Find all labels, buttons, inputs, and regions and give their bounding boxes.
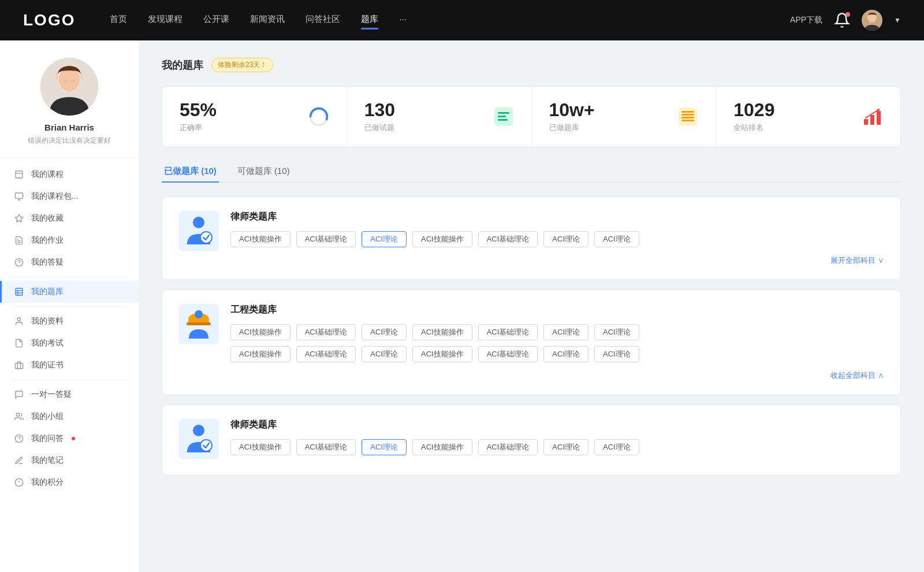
sidebar-item-label: 我的答疑 — [31, 257, 64, 268]
sidebar-item-points[interactable]: 我的积分 — [0, 471, 139, 493]
sidebar-item-courses[interactable]: 我的课程 — [0, 164, 139, 185]
stat-done-questions: 130 已做试题 — [347, 87, 532, 147]
nav-link-courses[interactable]: 发现课程 — [148, 14, 182, 27]
qbank-icon-lawyer-2 — [178, 419, 219, 459]
tag[interactable]: ACI技能操作 — [412, 231, 472, 247]
sidebar-item-group[interactable]: 我的小组 — [0, 406, 139, 428]
stat-label-correctness: 正确率 — [180, 122, 299, 133]
tab-available-banks[interactable]: 可做题库 (10) — [235, 161, 292, 183]
sidebar-item-notes[interactable]: 我的笔记 — [0, 450, 139, 471]
tag-active[interactable]: ACI理论 — [362, 439, 407, 455]
stat-correctness: 55% 正确率 — [162, 87, 347, 147]
tag[interactable]: ACI理论 — [594, 231, 639, 247]
tag[interactable]: ACI理论 — [594, 324, 639, 340]
nav-link-news[interactable]: 新闻资讯 — [250, 14, 285, 27]
qbank-title-1: 律师类题库 — [230, 211, 884, 223]
qbank-tags-2b: ACI技能操作 ACI基础理论 ACI理论 ACI技能操作 ACI基础理论 AC… — [230, 346, 884, 362]
nav-link-qa[interactable]: 问答社区 — [305, 14, 340, 27]
nav-link-more[interactable]: ··· — [399, 14, 407, 27]
sidebar-menu: 我的课程 我的课程包... 我的收藏 我的作业 — [0, 164, 139, 493]
tag[interactable]: ACI理论 — [543, 324, 588, 340]
tag[interactable]: ACI基础理论 — [296, 231, 356, 247]
tag[interactable]: ACI技能操作 — [230, 439, 290, 455]
stat-value-correctness: 55% — [180, 101, 299, 119]
sidebar-item-coursepack[interactable]: 我的课程包... — [0, 185, 139, 207]
sidebar-item-cert[interactable]: 我的证书 — [0, 354, 139, 376]
tag[interactable]: ACI理论 — [543, 346, 588, 362]
qbank-card-1: 律师类题库 ACI技能操作 ACI基础理论 ACI理论 ACI技能操作 ACI基… — [162, 196, 901, 280]
profile-icon — [14, 316, 24, 326]
tag[interactable]: ACI技能操作 — [412, 324, 472, 340]
tag[interactable]: ACI技能操作 — [230, 346, 290, 362]
sidebar-item-exams[interactable]: 我的考试 — [0, 332, 139, 354]
tag[interactable]: ACI理论 — [543, 231, 588, 247]
tag[interactable]: ACI基础理论 — [478, 231, 538, 247]
tag[interactable]: ACI理论 — [594, 346, 639, 362]
svg-rect-49 — [187, 322, 211, 325]
coursepack-icon — [14, 191, 24, 202]
svg-rect-37 — [681, 111, 694, 113]
profile-name: Brian Harris — [44, 122, 94, 132]
user-menu-chevron[interactable]: ▼ — [894, 16, 901, 24]
1on1-icon — [14, 389, 24, 400]
courses-icon — [14, 169, 24, 180]
tag[interactable]: ACI技能操作 — [230, 231, 290, 247]
qbank-tags-2a: ACI技能操作 ACI基础理论 ACI理论 ACI技能操作 ACI基础理论 AC… — [230, 324, 884, 340]
svg-point-23 — [16, 413, 19, 416]
tab-done-banks[interactable]: 已做题库 (10) — [162, 161, 219, 183]
done-banks-icon — [677, 106, 698, 127]
sidebar-item-favorites[interactable]: 我的收藏 — [0, 207, 139, 229]
nav-link-home[interactable]: 首页 — [110, 14, 127, 27]
user-avatar[interactable] — [862, 10, 882, 31]
sidebar-item-profile[interactable]: 我的资料 — [0, 310, 139, 332]
tag[interactable]: ACI基础理论 — [478, 346, 538, 362]
sidebar-item-answers[interactable]: 我的答疑 — [0, 251, 139, 273]
stat-label-rank: 全站排名 — [733, 122, 853, 133]
nav-link-qbank[interactable]: 题库 — [361, 14, 378, 27]
nav-links: 首页 发现课程 公开课 新闻资讯 问答社区 题库 ··· — [110, 14, 790, 27]
sidebar-item-qbank[interactable]: 我的题库 — [0, 281, 139, 303]
svg-point-21 — [17, 318, 20, 321]
sidebar-item-label: 我的课程包... — [31, 191, 79, 202]
tag[interactable]: ACI技能操作 — [230, 324, 290, 340]
tag[interactable]: ACI基础理论 — [296, 346, 356, 362]
tag[interactable]: ACI基础理论 — [296, 324, 356, 340]
tag[interactable]: ACI理论 — [362, 324, 407, 340]
nav-link-open[interactable]: 公开课 — [203, 14, 229, 27]
tag[interactable]: ACI理论 — [594, 439, 639, 455]
tag[interactable]: ACI技能操作 — [412, 346, 472, 362]
sidebar-item-label: 我的资料 — [31, 316, 64, 326]
tag[interactable]: ACI理论 — [543, 439, 588, 455]
tag[interactable]: ACI理论 — [362, 346, 407, 362]
qbank-tags-1: ACI技能操作 ACI基础理论 ACI理论 ACI技能操作 ACI基础理论 AC… — [230, 231, 884, 247]
tag[interactable]: ACI基础理论 — [296, 439, 356, 455]
svg-point-4 — [59, 68, 80, 91]
tag-active[interactable]: ACI理论 — [362, 231, 407, 247]
divider — [12, 277, 127, 277]
divider — [12, 306, 127, 307]
tag[interactable]: ACI基础理论 — [478, 439, 538, 455]
qbank-icon — [14, 287, 24, 297]
svg-rect-35 — [498, 119, 508, 121]
notification-bell[interactable] — [834, 12, 850, 28]
svg-marker-12 — [15, 214, 23, 222]
collapse-link-2[interactable]: 收起全部科目 ∧ — [230, 368, 884, 381]
expand-link-1[interactable]: 展开全部科目 ∨ — [230, 253, 884, 266]
sidebar-item-1on1[interactable]: 一对一答疑 — [0, 384, 139, 406]
sidebar-item-homework[interactable]: 我的作业 — [0, 229, 139, 251]
nav-right: APP下载 ▼ — [790, 10, 901, 31]
tag[interactable]: ACI基础理论 — [478, 324, 538, 340]
sidebar-item-myqa[interactable]: 我的问答 — [0, 428, 139, 450]
cert-icon — [14, 360, 24, 370]
qbank-title-3: 律师类题库 — [230, 419, 884, 431]
qbank-card-3: 律师类题库 ACI技能操作 ACI基础理论 ACI理论 ACI技能操作 ACI基… — [162, 404, 901, 476]
tag[interactable]: ACI技能操作 — [412, 439, 472, 455]
app-download-link[interactable]: APP下载 — [790, 15, 822, 25]
sidebar-item-label: 我的积分 — [31, 477, 64, 488]
svg-point-46 — [200, 232, 212, 243]
logo: LOGO — [23, 11, 75, 29]
page-title: 我的题库 — [162, 58, 203, 72]
notes-icon — [14, 455, 24, 466]
stats-row: 55% 正确率 130 已做试题 — [162, 86, 901, 147]
stat-value-done-q: 130 — [364, 101, 484, 119]
